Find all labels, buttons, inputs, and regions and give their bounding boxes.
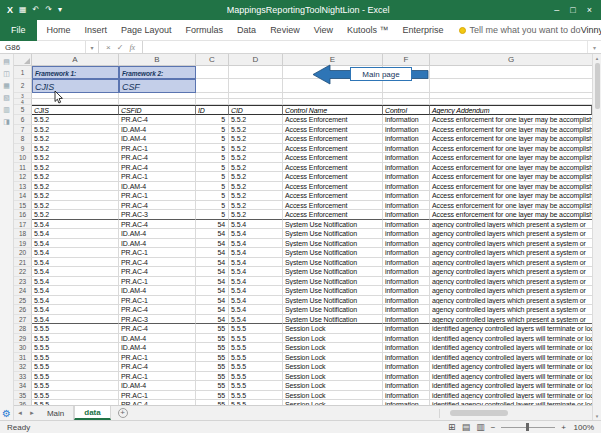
header-cell-id[interactable]: ID [196,105,229,115]
new-sheet-button[interactable]: + [118,408,128,418]
cell-agency[interactable]: agency controlled layers which present a… [430,267,592,277]
cell-id[interactable]: 5 [196,191,229,201]
cell-agency[interactable]: agency controlled layers which present a… [430,305,592,315]
cell-csfid[interactable]: ID.AM-4 [119,134,196,144]
cell-control[interactable]: information [383,334,430,344]
cell-cjis[interactable]: 5.5.2 [32,153,119,163]
kutools-pane-icon-2[interactable]: ◫ [3,70,10,78]
cell-control-name[interactable]: Session Lock [283,400,383,405]
redo-icon[interactable]: ↷ [45,5,52,15]
ribbon-tab-page-layout[interactable]: Page Layout [114,25,179,35]
row-number[interactable]: 19 [14,239,32,249]
cell-cid[interactable]: 5.5.5 [229,362,283,372]
cell-control-name[interactable]: System Use Notification [283,315,383,325]
cell-agency[interactable]: identified agency controlled layers will… [430,334,592,344]
zoom-slider[interactable] [501,427,555,428]
header-cell-cjis[interactable]: CJIS [32,105,119,115]
cell-control[interactable]: information [383,134,430,144]
cell-framework1-label[interactable]: Framework 1: [32,66,119,79]
cell-control-name[interactable]: System Use Notification [283,229,383,239]
cell-cjis[interactable]: 5.5.2 [32,210,119,220]
cell-cid[interactable]: 5.5.2 [229,172,283,182]
cell-id[interactable]: 55 [196,362,229,372]
cell-control[interactable]: information [383,315,430,325]
cell-agency[interactable]: identified agency controlled layers will… [430,343,592,353]
cell-control[interactable]: information [383,343,430,353]
cell-control[interactable]: information [383,381,430,391]
column-header-c[interactable]: C [196,54,229,65]
cell-control[interactable]: information [383,277,430,287]
header-cell-cid[interactable]: CID [229,105,283,115]
cell[interactable] [229,66,283,79]
cell-control[interactable]: information [383,125,430,135]
row-number[interactable]: 22 [14,267,32,277]
select-all-corner[interactable] [14,54,32,65]
kutools-pane-icon-4[interactable]: ▧ [3,94,10,102]
header-cell-control-name[interactable]: Control Name [283,105,383,115]
cell-cid[interactable]: 5.5.4 [229,296,283,306]
tell-me-box[interactable]: Tell me what you want to do [459,25,581,35]
cell-cid[interactable]: 5.5.5 [229,391,283,401]
cell-cid[interactable]: 5.5.4 [229,229,283,239]
cell-agency[interactable]: Access enforcement for one layer may be … [430,153,592,163]
cell-agency[interactable]: agency controlled layers which present a… [430,239,592,249]
minimize-button[interactable]: – [554,5,559,15]
cell-control[interactable]: information [383,353,430,363]
cell-control-name[interactable]: Access Enforcement [283,201,383,211]
kutools-pane-icon-6[interactable]: ◨ [3,118,10,126]
cell-agency[interactable]: agency controlled layers which present a… [430,296,592,306]
cell-id[interactable]: 5 [196,210,229,220]
cell-agency[interactable]: Access enforcement for one layer may be … [430,182,592,192]
row-number[interactable]: 27 [14,315,32,325]
cell-cjis[interactable]: 5.5.4 [32,229,119,239]
cell-cjis[interactable]: 5.5.5 [32,400,119,405]
ribbon-tab-file[interactable]: File [0,20,37,41]
cell-control-name[interactable]: System Use Notification [283,286,383,296]
cell-control[interactable]: information [383,391,430,401]
main-page-link[interactable]: Main page [350,67,412,81]
row-number[interactable]: 11 [14,163,32,173]
cell-csfid[interactable]: PR.AC-3 [119,210,196,220]
column-header-a[interactable]: A [32,54,119,65]
cell-csfid[interactable]: ID.AM-4 [119,343,196,353]
row-number[interactable]: 23 [14,277,32,287]
cell[interactable] [229,79,283,93]
cell-control[interactable]: information [383,239,430,249]
cell-csfid[interactable]: PR.AC-1 [119,144,196,154]
cell-cjis[interactable]: 5.5.5 [32,334,119,344]
cell-csfid[interactable]: PR.AC-4 [119,324,196,334]
column-header-g[interactable]: G [430,54,592,65]
cell-control[interactable]: information [383,362,430,372]
column-header-b[interactable]: B [119,54,196,65]
cell-control-name[interactable]: Session Lock [283,324,383,334]
page-break-view-icon[interactable]: ▥ [476,422,485,432]
cell-csfid[interactable]: PR.AC-4 [119,153,196,163]
cell-cjis[interactable]: 5.5.5 [32,372,119,382]
row-number[interactable]: 12 [14,172,32,182]
cell[interactable] [430,79,592,93]
cell-agency[interactable]: Access enforcement for one layer may be … [430,134,592,144]
cell-id[interactable]: 5 [196,144,229,154]
cell-csfid[interactable]: PR.AC-1 [119,277,196,287]
cell-control-name[interactable]: Access Enforcement [283,153,383,163]
cell-control-name[interactable]: System Use Notification [283,267,383,277]
row-number[interactable]: 18 [14,229,32,239]
cell-agency[interactable]: Access enforcement for one layer may be … [430,201,592,211]
cell-agency[interactable]: agency controlled layers which present a… [430,220,592,230]
cell-csfid[interactable]: ID.AM-4 [119,229,196,239]
row-number[interactable]: 31 [14,353,32,363]
cell-control[interactable]: information [383,172,430,182]
cell-control[interactable]: information [383,115,430,125]
header-cell-agency[interactable]: Agency Addendum [430,105,592,115]
cell-control-name[interactable]: Session Lock [283,362,383,372]
cell-control-name[interactable]: Access Enforcement [283,163,383,173]
cell-control-name[interactable]: System Use Notification [283,239,383,249]
cell-control-name[interactable]: System Use Notification [283,277,383,287]
name-box-dropdown-icon[interactable]: ▾ [86,41,99,53]
cell-cjis[interactable]: 5.5.2 [32,201,119,211]
zoom-level[interactable]: 100% [572,423,594,432]
insert-function-icon[interactable]: fx [129,43,135,52]
cell-cid[interactable]: 5.5.4 [229,220,283,230]
cell-agency[interactable]: identified agency controlled layers will… [430,381,592,391]
cell-cjis[interactable]: 5.5.2 [32,115,119,125]
